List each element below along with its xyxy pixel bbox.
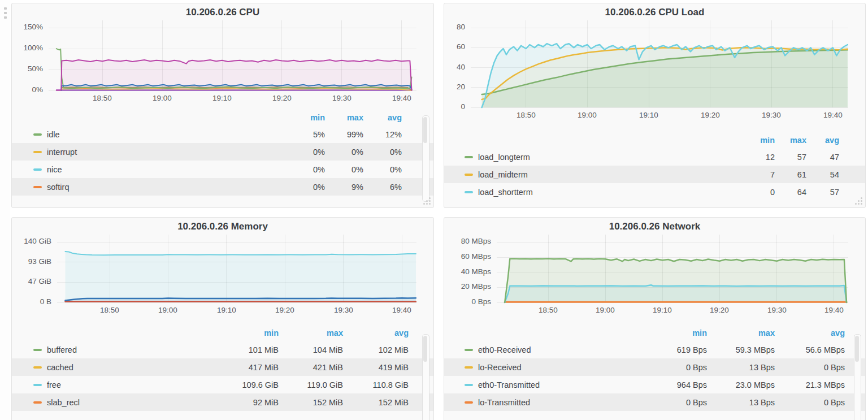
- panel-grid: 10.206.0.26 CPU 0%50%100%150%18:5019:001…: [11, 3, 866, 420]
- panel-title[interactable]: 10.206.0.26 CPU: [12, 7, 433, 18]
- panel-title[interactable]: 10.206.0.26 Memory: [12, 221, 433, 232]
- x-axis-tick-label: 19:10: [203, 94, 241, 102]
- series-color-swatch: [33, 401, 42, 404]
- chart-plot-area[interactable]: [471, 20, 848, 109]
- y-axis-tick-label: 47 GiB: [12, 277, 51, 285]
- legend-header-max[interactable]: max: [325, 113, 363, 122]
- series-color-swatch: [33, 384, 42, 386]
- legend-row: softirq0%9%6%: [12, 178, 433, 196]
- legend-series-toggle[interactable]: interrupt: [33, 148, 285, 157]
- legend-max-value: 9%: [325, 183, 363, 192]
- legend-min-value: 7: [740, 170, 775, 179]
- legend-header-avg[interactable]: avg: [806, 136, 839, 145]
- legend-header-avg[interactable]: avg: [363, 113, 402, 122]
- legend-scrollbar[interactable]: [854, 334, 861, 420]
- network-legend: minmaxavgeth0-Received619 Bps59.3 MBps56…: [444, 325, 865, 411]
- legend-min-value: 0 Bps: [637, 363, 707, 372]
- x-axis-tick-label: 19:00: [143, 94, 181, 102]
- series-color-swatch: [465, 191, 473, 193]
- legend-avg-value: 102 MiB: [343, 345, 409, 354]
- panel-resize-icon[interactable]: [854, 196, 863, 205]
- legend-series-toggle[interactable]: softirq: [33, 183, 285, 192]
- legend-max-value: 99%: [325, 130, 363, 139]
- y-axis-tick-label: 50%: [12, 64, 43, 73]
- y-axis-tick-label: 150%: [12, 23, 43, 31]
- chart-plot-area[interactable]: [57, 235, 416, 304]
- legend-series-toggle[interactable]: load_longterm: [465, 153, 740, 162]
- legend-series-toggle[interactable]: load_midterm: [465, 170, 740, 179]
- legend-series-toggle[interactable]: eth0-Transmitted: [465, 380, 637, 389]
- x-axis-tick-label: 19:00: [568, 111, 606, 119]
- legend-series-toggle[interactable]: nice: [33, 165, 285, 174]
- legend-header-max[interactable]: max: [707, 328, 775, 337]
- legend-avg-value: 152 MiB: [343, 398, 409, 407]
- panel-cpu-load: 10.206.0.26 CPU Load 02040608018:5019:00…: [444, 3, 866, 208]
- legend-header-min[interactable]: min: [215, 328, 279, 337]
- legend-avg-value: 57: [806, 188, 839, 197]
- cpu-load-legend: minmaxavgload_longterm125747load_midterm…: [444, 132, 865, 201]
- cpu-legend: minmaxavgidle5%99%12%interrupt0%0%0%nice…: [12, 110, 433, 196]
- legend-min-value: 964 Bps: [637, 380, 707, 389]
- legend-min-value: 417 MiB: [215, 363, 279, 372]
- legend-header-avg[interactable]: avg: [343, 328, 409, 337]
- series-color-swatch: [33, 349, 42, 351]
- y-axis-tick-label: 40: [444, 63, 465, 71]
- legend-series-toggle[interactable]: lo-Received: [465, 363, 637, 372]
- legend-series-toggle[interactable]: buffered: [33, 345, 215, 354]
- scrollbar-thumb[interactable]: [423, 336, 427, 362]
- legend-series-toggle[interactable]: lo-Transmitted: [465, 398, 637, 407]
- scrollbar-thumb[interactable]: [423, 117, 427, 143]
- legend-avg-value: 0 Bps: [775, 363, 845, 372]
- legend-series-toggle[interactable]: eth0-Received: [465, 345, 637, 354]
- legend-max-value: 0%: [325, 165, 363, 174]
- legend-max-value: 57: [775, 153, 806, 162]
- y-axis-tick-label: 0%: [12, 85, 43, 94]
- legend-series-toggle[interactable]: cached: [33, 363, 215, 372]
- x-axis-tick-label: 19:20: [691, 111, 730, 119]
- memory-chart: 0 B47 GiB93 GiB140 GiB18:5019:0019:1019:…: [12, 235, 433, 316]
- panel-memory: 10.206.0.26 Memory 0 B47 GiB93 GiB140 Gi…: [11, 217, 434, 420]
- chart-plot-area[interactable]: [497, 235, 848, 304]
- x-axis-tick-label: 19:40: [815, 306, 853, 314]
- series-color-swatch: [465, 156, 473, 158]
- legend-header-max[interactable]: max: [279, 328, 343, 337]
- legend-avg-value: 110.8 GiB: [343, 380, 409, 389]
- panel-resize-icon[interactable]: [422, 196, 431, 205]
- panel-title[interactable]: 10.206.0.26 Network: [444, 221, 865, 232]
- legend-series-toggle[interactable]: idle: [33, 130, 285, 139]
- legend-header-min[interactable]: min: [285, 113, 325, 122]
- series-color-swatch: [465, 384, 473, 386]
- legend-header-row: minmaxavg: [12, 110, 433, 125]
- legend-header-max[interactable]: max: [775, 136, 806, 145]
- legend-scrollbar[interactable]: [422, 115, 429, 202]
- legend-series-name: buffered: [47, 345, 77, 354]
- chart-plot-area[interactable]: [49, 20, 416, 92]
- legend-series-toggle[interactable]: slab_recl: [33, 398, 215, 407]
- legend-series-name: lo-Transmitted: [478, 398, 530, 407]
- legend-header-min[interactable]: min: [740, 136, 775, 145]
- legend-series-toggle[interactable]: free: [33, 380, 215, 389]
- y-axis-tick-label: 0: [444, 102, 465, 111]
- legend-header-avg[interactable]: avg: [775, 328, 845, 337]
- x-axis-tick-label: 19:10: [630, 111, 668, 119]
- drag-handle-icon[interactable]: [4, 7, 7, 21]
- panel-title[interactable]: 10.206.0.26 CPU Load: [444, 7, 865, 18]
- y-axis-tick-label: 40 MBps: [444, 267, 491, 276]
- y-axis-tick-label: 80 MBps: [444, 237, 491, 245]
- legend-avg-value: 0%: [363, 148, 402, 157]
- legend-min-value: 0%: [285, 148, 325, 157]
- x-axis-tick-label: 19:40: [814, 111, 852, 119]
- x-axis-tick-label: 18:50: [83, 94, 121, 102]
- legend-header-min[interactable]: min: [637, 328, 707, 337]
- legend-scrollbar[interactable]: [422, 334, 429, 420]
- legend-series-toggle[interactable]: load_shortterm: [465, 188, 740, 197]
- legend-max-value: 13 Bps: [707, 398, 775, 407]
- x-axis-tick-label: 19:00: [149, 306, 187, 314]
- legend-row: eth0-Received619 Bps59.3 MBps56.6 MBps: [444, 341, 865, 358]
- series-color-swatch: [33, 366, 42, 369]
- x-axis-tick-label: 19:30: [323, 94, 361, 102]
- series-color-swatch: [465, 401, 473, 404]
- scrollbar-thumb[interactable]: [855, 336, 859, 362]
- y-axis-tick-label: 93 GiB: [12, 257, 51, 266]
- legend-max-value: 59.3 MBps: [707, 345, 775, 354]
